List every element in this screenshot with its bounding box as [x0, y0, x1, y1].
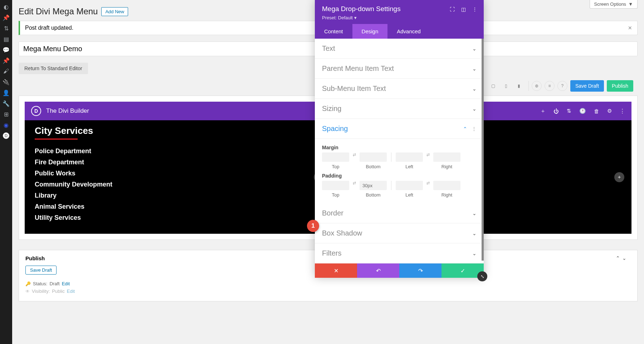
help-icon[interactable]: ? [557, 81, 567, 91]
preview-column-left[interactable]: City Services Police Department Fire Dep… [25, 120, 328, 234]
redo-button[interactable]: ↷ [399, 263, 441, 278]
snap-icon[interactable]: ◫ [461, 6, 466, 12]
edit-status-link[interactable]: Edit [62, 281, 70, 286]
media-icon[interactable]: ⇅ [3, 25, 9, 32]
mobile-view-icon[interactable]: ▮ [514, 81, 524, 91]
section-sizing[interactable]: Sizing ⌄ [315, 99, 484, 119]
more-icon[interactable]: ⋮ [620, 108, 625, 114]
section-spacing[interactable]: Spacing ⌃ ⋮ [315, 119, 484, 139]
layers-icon[interactable]: ≡ [545, 81, 555, 91]
add-module-icon[interactable]: ＋ [540, 108, 546, 115]
resize-handle[interactable]: ⤡ [477, 271, 487, 281]
pin-icon[interactable]: 📌 [3, 14, 9, 21]
trash-icon[interactable]: 🗑 [594, 108, 599, 114]
settings-body[interactable]: Text ⌄ Parent Menu Item Text ⌄ Sub-Menu … [315, 39, 484, 263]
edit-visibility-link[interactable]: Edit [67, 289, 75, 294]
scrollbar-thumb[interactable] [482, 39, 484, 261]
metabox-up-icon[interactable]: ⌃ [616, 255, 620, 261]
menu-item[interactable]: Fire Department [35, 159, 318, 166]
padding-top-input[interactable] [322, 181, 349, 190]
settings-preset[interactable]: Preset: Default ▾ [322, 15, 477, 20]
section-submenu-text[interactable]: Sub-Menu Item Text ⌄ [315, 79, 484, 99]
zoom-icon[interactable]: ⊕ [532, 81, 542, 91]
settings-header[interactable]: Mega Drop-down Settings Preset: Default … [315, 0, 484, 24]
add-column-button[interactable]: ＋ [614, 172, 624, 182]
settings-icon[interactable]: ⊞ [3, 111, 9, 117]
heading-underline [35, 139, 78, 140]
status-value: Draft [49, 281, 59, 286]
menu-item[interactable]: Utility Services [35, 214, 318, 222]
menu-item-list: Police Department Fire Department Public… [35, 147, 318, 222]
chevron-up-icon: ⌃ [463, 126, 467, 132]
notice-text: Post draft updated. [25, 25, 73, 31]
section-filters[interactable]: Filters ⌄ [315, 243, 484, 263]
appearance-icon[interactable]: 🖌 [3, 68, 9, 74]
screen-options-toggle[interactable]: Screen Options ▼ [590, 0, 638, 9]
callout-badge: 1 [307, 220, 319, 232]
plugins-icon[interactable]: 🔌 [3, 79, 9, 85]
padding-left-input[interactable] [396, 181, 423, 190]
margin-bottom-input[interactable] [360, 152, 387, 162]
padding-bottom-input[interactable] [360, 181, 387, 190]
chevron-down-icon: ⌄ [472, 106, 477, 112]
visibility-label: Visibility: [32, 289, 50, 294]
screen-options-label: Screen Options [594, 1, 626, 7]
section-more-icon[interactable]: ⋮ [472, 126, 477, 132]
page-title: Edit Divi Mega Menu [19, 6, 98, 16]
separator [391, 152, 391, 162]
gear-icon[interactable]: ⚙ [607, 108, 612, 114]
menu-item[interactable]: Community Development [35, 181, 318, 188]
section-parent-text[interactable]: Parent Menu Item Text ⌄ [315, 59, 484, 79]
builder-title: The Divi Builder [46, 107, 89, 115]
divi-icon[interactable]: D [3, 132, 9, 139]
section-border[interactable]: Border ⌄ [315, 203, 484, 223]
menu-item[interactable]: Animal Services [35, 203, 318, 210]
desktop-view-icon[interactable]: ▢ [488, 81, 498, 91]
tab-content[interactable]: Content [315, 24, 352, 39]
power-icon[interactable]: ⏻ [553, 108, 559, 114]
return-standard-editor-button[interactable]: Return To Standard Editor [19, 63, 88, 74]
users-icon[interactable]: 👤 [3, 89, 9, 96]
panel-more-icon[interactable]: ⋮ [472, 6, 477, 12]
settings-footer: ✕ ↶ ↷ ✓ [315, 263, 484, 278]
section-text[interactable]: Text ⌄ [315, 39, 484, 59]
cancel-button[interactable]: ✕ [315, 263, 357, 278]
padding-label: Padding [322, 173, 477, 179]
padding-right-input[interactable] [433, 181, 460, 190]
menu-item[interactable]: Library [35, 192, 318, 199]
section-boxshadow[interactable]: Box Shadow ⌄ [315, 223, 484, 243]
chevron-down-icon: ⌄ [472, 210, 477, 216]
tools-icon[interactable]: 🔧 [3, 100, 9, 107]
publish-button[interactable]: Publish [607, 80, 633, 92]
add-new-button[interactable]: Add New [101, 7, 128, 16]
dismiss-notice-icon[interactable]: ✕ [628, 25, 632, 31]
link-icon[interactable]: ⇄ [351, 181, 357, 185]
save-draft-button[interactable]: Save Draft [570, 80, 604, 92]
margin-left-input[interactable] [396, 152, 423, 162]
module-settings-panel[interactable]: Mega Drop-down Settings Preset: Default … [315, 0, 484, 278]
menu-item[interactable]: Public Works [35, 170, 318, 177]
dashboard-icon[interactable]: ◐ [3, 4, 9, 10]
metabox-down-icon[interactable]: ⌄ [622, 255, 626, 261]
pages-icon[interactable]: ▤ [3, 36, 9, 42]
save-draft-metabox-button[interactable]: Save Draft [25, 266, 57, 275]
sort-icon[interactable]: ⇅ [567, 108, 571, 114]
margin-right-input[interactable] [433, 152, 460, 162]
tab-advanced[interactable]: Advanced [387, 24, 430, 39]
theme-icon[interactable]: ◉ [3, 122, 9, 128]
fullscreen-icon[interactable]: ⛶ [450, 6, 455, 12]
undo-button[interactable]: ↶ [357, 263, 399, 278]
link-icon[interactable]: ⇄ [425, 152, 431, 157]
margin-top-input[interactable] [322, 152, 349, 162]
comments-icon[interactable]: 💬 [3, 47, 9, 53]
chevron-down-icon: ⌄ [472, 251, 477, 256]
pin2-icon[interactable]: 📌 [3, 57, 9, 64]
wp-admin-sidebar[interactable]: ◐ 📌 ⇅ ▤ 💬 📌 🖌 🔌 👤 🔧 ⊞ ◉ D [0, 0, 12, 344]
tablet-view-icon[interactable]: ▯ [501, 81, 511, 91]
link-icon[interactable]: ⇄ [425, 181, 431, 185]
link-icon[interactable]: ⇄ [351, 152, 357, 157]
history-icon[interactable]: 🕐 [579, 108, 586, 114]
menu-item[interactable]: Police Department [35, 147, 318, 155]
tab-design[interactable]: Design [352, 24, 388, 39]
margin-label: Margin [322, 145, 477, 150]
